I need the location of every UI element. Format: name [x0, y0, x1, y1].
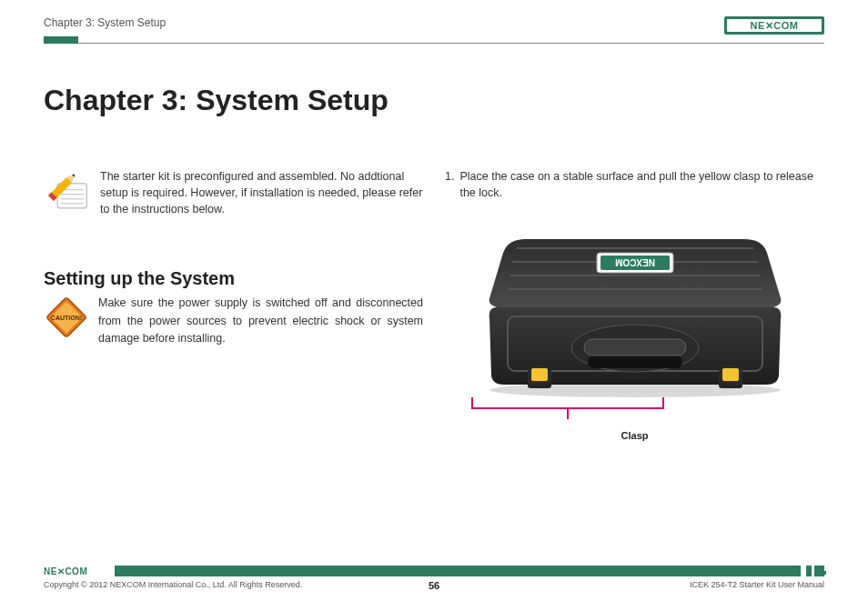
svg-point-24 [490, 383, 781, 397]
step-text: Place the case on a stable surface and p… [459, 168, 824, 201]
footer-decor-squares-icon [801, 566, 826, 576]
brand-logo-footer: NE✕COM [44, 565, 111, 577]
doc-title-footer: ICEK 254-T2 Starter Kit User Manual [690, 580, 824, 589]
figure-case: NEXCOM [445, 212, 824, 448]
page-number: 56 [429, 580, 439, 591]
step-1: 1. Place the case on a stable surface an… [445, 168, 824, 201]
svg-rect-23 [722, 368, 739, 381]
svg-text:NE✕COM: NE✕COM [44, 566, 87, 576]
footer-stripe [115, 566, 824, 576]
svg-text:NE✕COM: NE✕COM [751, 20, 799, 31]
case-brand-label: NEXCOM [615, 257, 655, 267]
right-column: 1. Place the case on a stable surface an… [445, 168, 824, 448]
section-heading: Setting up the System [44, 268, 423, 289]
page-footer: NE✕COM Copyright © 2012 NEXCOM Internati… [44, 566, 824, 593]
page-header: Chapter 3: System Setup NE✕COM [44, 16, 824, 44]
clasp-callout-bracket [445, 397, 691, 425]
caution-block: CAUTION! Make sure the power supply is s… [44, 295, 423, 347]
carrying-case-image: NEXCOM [471, 212, 799, 403]
brand-logo-header: NE✕COM [724, 16, 824, 35]
note-block: The starter kit is preconfigured and ass… [44, 168, 423, 217]
svg-rect-19 [584, 339, 686, 356]
caution-icon-label: CAUTION! [51, 316, 82, 322]
left-column: The starter kit is preconfigured and ass… [44, 168, 423, 448]
caution-text: Make sure the power supply is switched o… [98, 295, 423, 347]
svg-rect-21 [531, 368, 548, 381]
clasp-label: Clasp [445, 430, 824, 441]
caution-icon: CAUTION! [44, 295, 89, 340]
header-rule [44, 36, 824, 44]
svg-rect-18 [588, 356, 682, 368]
note-pencil-icon [44, 168, 93, 217]
breadcrumb: Chapter 3: System Setup [44, 16, 166, 29]
note-text: The starter kit is preconfigured and ass… [100, 168, 423, 217]
step-number: 1. [445, 168, 454, 201]
page-content: Chapter 3: System Setup [44, 73, 824, 556]
chapter-title: Chapter 3: System Setup [44, 84, 824, 117]
copyright-text: Copyright © 2012 NEXCOM International Co… [44, 580, 302, 589]
